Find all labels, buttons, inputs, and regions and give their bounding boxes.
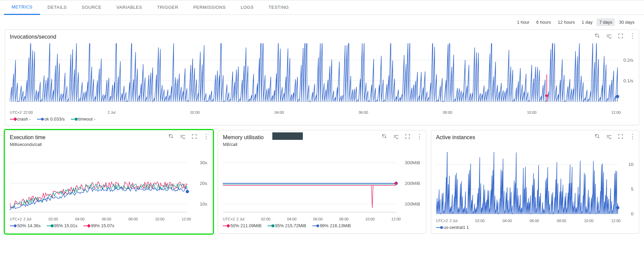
x-tick: 12:00 <box>182 217 191 221</box>
legend-item[interactable]: 95% 15.01s <box>47 223 78 228</box>
card-toolbar: ⋮ <box>381 133 423 140</box>
more-icon[interactable]: ⋮ <box>202 133 209 140</box>
legend-label: ok 0.033/s <box>44 116 65 122</box>
tab-testing[interactable]: TESTING <box>261 0 296 15</box>
y-tick: 0.1/s <box>623 78 633 83</box>
reset-zoom-icon[interactable] <box>594 133 601 140</box>
legend-label: 99% 216.13MiB <box>320 223 351 228</box>
x-tick: 06:00 <box>530 219 539 223</box>
legend-swatch <box>10 225 15 226</box>
x-tick: 08:00 <box>339 217 349 221</box>
legend-label: 99% 15.07s <box>91 223 114 228</box>
chart-memory[interactable]: 300MiB 200MiB 100MiB UTC+2 2 Jul02:0004:… <box>223 150 421 221</box>
fullscreen-icon[interactable] <box>191 133 198 140</box>
reset-zoom-icon[interactable] <box>381 133 388 140</box>
x-tick: 08:00 <box>129 217 138 221</box>
time-range-6-hours[interactable]: 6 hours <box>533 18 553 26</box>
time-range-30-days[interactable]: 30 days <box>616 18 637 26</box>
legend-item[interactable]: 50% 211.09MiB <box>223 223 261 228</box>
timezone-label: UTC+2 <box>223 217 236 221</box>
legend-swatch <box>312 225 318 226</box>
x-tick: 12:00 <box>611 219 621 223</box>
legend: us-central1 1 <box>436 225 634 230</box>
legend-item[interactable]: 95% 215.72MiB <box>268 223 306 228</box>
time-range-1-hour[interactable]: 1 hour <box>514 18 532 26</box>
x-tick: 04:00 <box>503 219 512 223</box>
x-tick: 02:00 <box>261 217 271 221</box>
time-range-12-hours[interactable]: 12 hours <box>555 18 578 26</box>
x-tick: 04:00 <box>75 217 85 221</box>
x-tick: 06:00 <box>359 110 368 114</box>
more-icon[interactable]: ⋮ <box>416 133 423 140</box>
toggle-legend-icon[interactable] <box>393 133 399 140</box>
legend: 50% 211.09MiB95% 215.72MiB99% 216.13MiB <box>223 223 421 228</box>
legend-label: us-central1 1 <box>444 225 469 230</box>
time-range-7-days[interactable]: 7 days <box>597 18 615 26</box>
legend-swatch <box>71 119 76 120</box>
legend: 50% 14.36s95% 15.01s99% 15.07s <box>10 223 208 228</box>
tab-source[interactable]: SOURCE <box>74 0 109 15</box>
x-tick: 2 Jul <box>450 219 457 223</box>
fullscreen-icon[interactable] <box>617 133 624 140</box>
legend-label: crash - <box>17 116 31 122</box>
tab-permissions[interactable]: PERMISSIONS <box>186 0 233 15</box>
legend-item[interactable]: 99% 15.07s <box>83 223 114 228</box>
legend-swatch <box>268 225 273 226</box>
tab-logs[interactable]: LOGS <box>233 0 261 15</box>
tab-metrics[interactable]: METRICS <box>4 0 40 15</box>
fullscreen-icon[interactable] <box>404 133 411 140</box>
legend-item[interactable]: us-central1 1 <box>436 225 469 230</box>
timezone-label: UTC+2 <box>10 110 23 114</box>
card-memory-utilisation: Memory utilisatio MB/call ⋮ 300MiB 200Mi… <box>218 130 426 234</box>
fullscreen-icon[interactable] <box>617 33 624 39</box>
x-tick: 02:00 <box>190 110 200 114</box>
legend-swatch <box>10 119 15 120</box>
more-icon[interactable]: ⋮ <box>629 133 636 140</box>
x-tick: 08:00 <box>557 219 566 223</box>
svg-text:5: 5 <box>631 187 633 192</box>
x-tick: 02:00 <box>475 219 485 223</box>
card-subtitle: Milliseconds/call <box>10 142 208 147</box>
svg-point-6 <box>616 95 619 98</box>
svg-text:0: 0 <box>631 212 633 217</box>
more-icon[interactable]: ⋮ <box>629 33 636 39</box>
legend-item[interactable]: crash - <box>10 116 31 122</box>
x-tick: 10:00 <box>155 217 164 221</box>
reset-zoom-icon[interactable] <box>594 33 601 39</box>
toggle-legend-icon[interactable] <box>179 133 186 140</box>
card-execution-time: Execution time Milliseconds/call ⋮ 30s 2… <box>5 130 213 234</box>
x-tick: 12:00 <box>391 217 401 221</box>
legend-label: 95% 15.01s <box>54 223 78 228</box>
legend-label: 50% 14.36s <box>17 223 41 228</box>
legend-item[interactable]: 50% 14.36s <box>10 223 41 228</box>
toggle-legend-icon[interactable] <box>606 133 612 140</box>
card-toolbar: ⋮ <box>594 133 636 140</box>
svg-text:30s: 30s <box>200 160 207 166</box>
card-subtitle: MB/call <box>223 142 421 147</box>
chart-execution-time[interactable]: 30s 20s 10s UTC+2 2 Jul02:0004:0006:0008… <box>10 150 208 221</box>
reset-zoom-icon[interactable] <box>168 133 175 140</box>
legend-item[interactable]: timeout - <box>71 116 96 122</box>
svg-point-15 <box>186 190 189 193</box>
legend-label: timeout - <box>78 116 96 122</box>
card-toolbar: ⋮ <box>168 133 209 140</box>
tab-variables[interactable]: VARIABLES <box>109 0 150 15</box>
svg-text:100MiB: 100MiB <box>405 201 420 207</box>
timezone-label: UTC+2 <box>436 219 450 223</box>
chart-invocations[interactable]: 0.2/s 0.1/s UTC+2 22:002 Jul02:0004:0006… <box>10 43 634 114</box>
timezone-label: UTC+2 <box>10 217 23 221</box>
tab-details[interactable]: DETAILS <box>40 0 74 15</box>
legend-label: 95% 215.72MiB <box>275 223 306 228</box>
legend-swatch <box>47 225 52 226</box>
time-range-1-day[interactable]: 1 day <box>579 18 595 26</box>
redaction-block <box>272 132 303 140</box>
toggle-legend-icon[interactable] <box>606 33 612 39</box>
time-range-selector: 1 hour6 hours12 hours1 day7 days30 days <box>0 15 644 29</box>
legend-item[interactable]: ok 0.033/s <box>37 116 65 122</box>
legend-item[interactable]: 99% 216.13MiB <box>312 223 351 228</box>
chart-instances[interactable]: 10 5 0 UTC+2 2 Jul02:0004:0006:0008:0010… <box>436 152 634 223</box>
x-tick: 2 Jul <box>23 217 31 221</box>
x-tick: 06:00 <box>102 217 111 221</box>
tab-trigger[interactable]: TRIGGER <box>150 0 186 15</box>
x-tick: 12:00 <box>611 110 621 114</box>
